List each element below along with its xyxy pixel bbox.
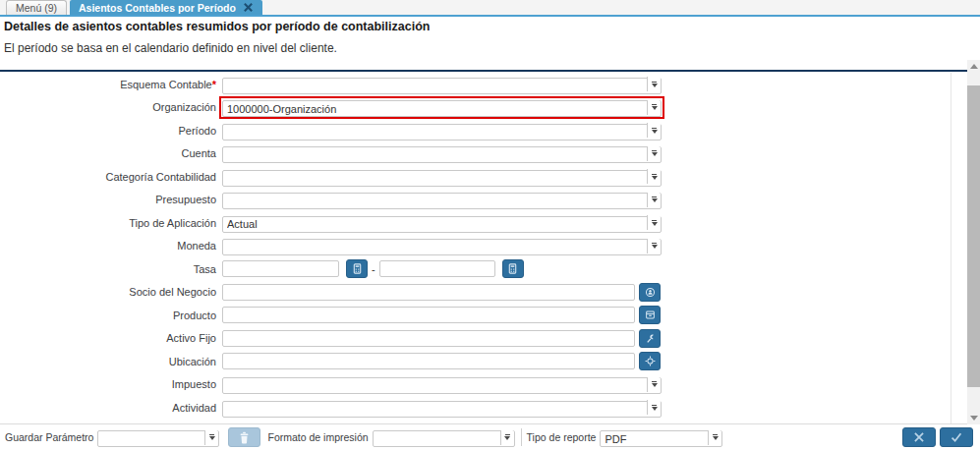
field-row-moneda: Moneda [0,235,951,258]
footer-separator [521,428,522,446]
footer-toolbar: Guardar Parámetro Formato de impresión T… [0,423,980,450]
field-row-esquema-contable: Esquema Contable* [0,73,951,96]
organizacion-dropdown-button[interactable] [647,100,661,115]
chevron-down-icon [652,174,657,175]
categoria-contabilidad-dropdown-button[interactable] [647,169,661,184]
presupuesto-input[interactable] [222,193,662,209]
producto-input[interactable] [222,307,635,323]
tasa-to-calculator-button[interactable] [502,259,524,278]
tipo-de-aplicacion-combobox[interactable] [222,214,662,231]
guardar-parametro-dropdown-button[interactable] [204,430,218,445]
esquema-contable-dropdown-button[interactable] [647,77,661,91]
producto-search-button[interactable] [639,306,661,324]
formato-impresion-combobox[interactable] [373,429,515,446]
close-icon [243,2,254,13]
impuesto-combobox[interactable] [222,376,662,393]
socio-del-negocio-label: Socio del Negocio [129,286,216,298]
field-row-tipo-de-aplicacion: Tipo de Aplicación [0,211,951,235]
moneda-input[interactable] [222,239,662,255]
socio-del-negocio-input[interactable] [222,284,635,301]
field-row-activo-fijo: Activo Fijo [0,327,951,351]
presupuesto-dropdown-button[interactable] [647,193,661,207]
page-subtitle: El período se basa en el calendario defi… [4,41,337,55]
organizacion-label: Organización [152,101,216,113]
tasa-label: Tasa [194,263,216,275]
tipo-reporte-label: Tipo de reporte [527,431,597,443]
activo-fijo-label: Activo Fijo [166,332,216,344]
formato-impresion-dropdown-button[interactable] [500,430,514,445]
chevron-down-icon [652,381,657,382]
esquema-contable-combobox[interactable] [222,76,662,92]
tipo-de-aplicacion-dropdown-button[interactable] [647,215,661,230]
panel-right-edge [951,73,951,424]
actividad-input[interactable] [222,401,662,418]
crosshair-icon [645,356,656,366]
periodo-dropdown-button[interactable] [647,123,661,138]
scrollbar-thumb[interactable] [967,85,980,387]
guardar-parametro-combobox[interactable] [97,429,219,446]
cuenta-input[interactable] [222,146,662,163]
tab-menu[interactable]: Menú (9) [6,0,67,15]
tipo-reporte-dropdown-button[interactable] [708,430,721,445]
impuesto-dropdown-button[interactable] [647,377,661,392]
chevron-down-icon [652,150,657,151]
tasa-from-input[interactable] [222,260,339,277]
tasa-from-calculator-button[interactable] [346,259,368,278]
guardar-parametro-input[interactable] [97,430,219,447]
cuenta-dropdown-button[interactable] [647,146,661,161]
actividad-dropdown-button[interactable] [647,400,661,415]
moneda-dropdown-button[interactable] [647,239,661,253]
ok-button[interactable] [940,427,973,447]
categoria-contabilidad-input[interactable] [222,170,662,187]
formato-impresion-label: Formato de impresión [267,431,368,443]
tab-close-button[interactable] [243,2,254,13]
esquema-contable-label: Esquema Contable [120,79,212,90]
socio-del-negocio-search-button[interactable] [639,283,661,302]
wrench-icon [645,333,656,344]
actividad-combobox[interactable] [222,399,662,416]
tab-menu-label: Menú (9) [16,2,57,14]
required-asterisk: * [212,79,216,90]
periodo-combobox[interactable] [222,122,662,139]
cuenta-label: Cuenta [182,147,216,159]
impuesto-input[interactable] [222,377,662,394]
field-row-cuenta: Cuenta [0,142,951,166]
presupuesto-combobox[interactable] [222,192,662,208]
actividad-label: Actividad [172,402,216,414]
cuenta-combobox[interactable] [222,145,662,162]
formato-impresion-input[interactable] [373,430,515,447]
tab-asientos-contables[interactable]: Asientos Contables por Período [70,0,262,15]
field-row-actividad: Actividad [0,396,951,420]
organizacion-input[interactable] [222,100,662,117]
ubicacion-search-button[interactable] [639,352,661,370]
field-row-tasa: Tasa - [0,257,951,281]
guardar-parametro-label: Guardar Parámetro [5,431,93,443]
activo-fijo-input[interactable] [222,330,635,347]
tipo-reporte-input[interactable] [600,430,722,447]
tasa-to-input[interactable] [379,260,495,277]
field-row-periodo: Período [0,119,951,142]
categoria-contabilidad-combobox[interactable] [222,168,662,185]
delete-parameter-button[interactable] [228,427,260,447]
ubicacion-input[interactable] [222,353,635,369]
esquema-contable-input[interactable] [222,78,662,94]
product-box-icon [645,309,656,320]
periodo-input[interactable] [222,124,662,141]
scroll-up-button[interactable] [967,60,980,73]
business-partner-icon [645,287,656,298]
organizacion-combobox[interactable] [222,99,662,116]
field-row-organizacion: Organización [0,96,951,120]
vertical-scrollbar[interactable] [967,60,980,424]
field-row-ubicacion: Ubicación [0,350,951,373]
parameter-form: Esquema Contable* Organización Período C… [0,73,951,420]
scroll-down-button[interactable] [967,412,980,424]
tipo-reporte-combobox[interactable] [600,429,722,446]
cancel-button[interactable] [902,427,936,447]
activo-fijo-search-button[interactable] [639,329,661,348]
tab-asientos-label: Asientos Contables por Período [79,2,236,14]
tipo-de-aplicacion-input[interactable] [222,216,662,233]
tipo-de-aplicacion-label: Tipo de Aplicación [129,217,216,229]
chevron-down-icon [652,197,657,197]
field-row-socio-del-negocio: Socio del Negocio [0,281,951,305]
moneda-combobox[interactable] [222,238,662,254]
